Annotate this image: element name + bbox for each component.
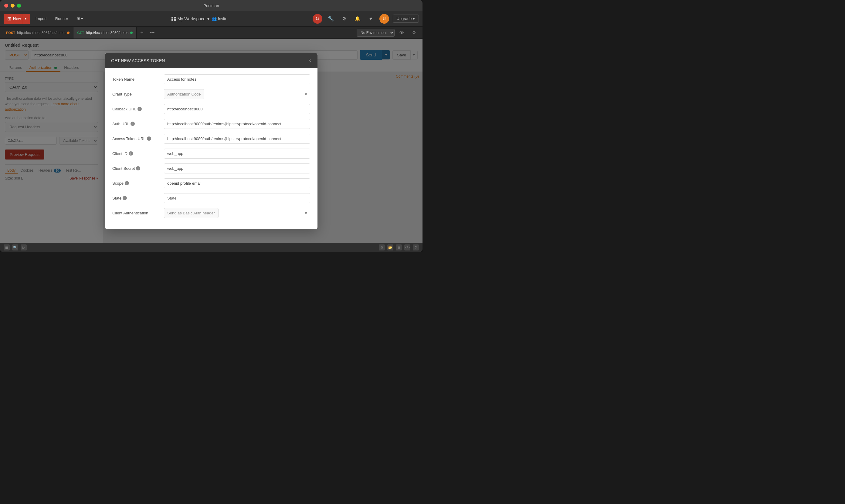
- collection-button[interactable]: ⊞ ▾: [74, 15, 86, 23]
- modal-overlay: GET NEW ACCESS TOKEN × Token Name Grant …: [0, 39, 422, 243]
- tab-bar-right: No Environment 👁 ⚙: [357, 28, 422, 38]
- invite-label: Invite: [218, 16, 227, 21]
- browse-icon[interactable]: 📂: [387, 245, 393, 251]
- status-bar: ▦ 🔍 ▷ ⚙ 📂 ⊞ </> ?: [0, 243, 422, 252]
- heart-button[interactable]: ♥: [366, 14, 376, 24]
- method-get-label: GET: [77, 31, 84, 35]
- upgrade-button[interactable]: Upgrade ▾: [393, 15, 419, 23]
- collection-icon: ⊞: [77, 16, 80, 21]
- tab-dot-green: [130, 32, 133, 34]
- notification-button[interactable]: 🔔: [353, 14, 362, 24]
- auth-url-row: Auth URL i: [112, 119, 310, 129]
- app-window: Postman ⊞ New ▾ Import Runner ⊞ ▾ My Wor…: [0, 0, 422, 252]
- runner-button[interactable]: Runner: [52, 15, 71, 23]
- console-icon[interactable]: ▷: [21, 245, 27, 251]
- grant-type-label: Grant Type: [112, 92, 164, 96]
- client-id-row: Client ID i: [112, 149, 310, 159]
- invite-button[interactable]: 👥 Invite: [212, 16, 227, 21]
- window-title: Postman: [203, 3, 219, 8]
- close-btn[interactable]: [4, 4, 8, 7]
- grant-type-row: Grant Type Authorization Code: [112, 89, 310, 99]
- client-id-input[interactable]: [164, 149, 310, 159]
- auth-url-input[interactable]: [164, 119, 310, 129]
- state-info-icon: i: [123, 196, 127, 200]
- token-name-row: Token Name: [112, 74, 310, 84]
- client-secret-label: Client Secret i: [112, 166, 164, 171]
- add-tab-button[interactable]: +: [137, 30, 147, 36]
- maximize-btn[interactable]: [17, 4, 21, 7]
- toolbar-center: My Workspace ▾ 👥 Invite: [89, 16, 310, 21]
- token-name-input[interactable]: [164, 74, 310, 84]
- title-bar: Postman: [0, 0, 422, 11]
- auth-url-label: Auth URL i: [112, 122, 164, 126]
- workspace-button[interactable]: My Workspace ▾: [172, 16, 209, 21]
- client-auth-row: Client Authentication Send as Basic Auth…: [112, 208, 310, 218]
- client-secret-input[interactable]: [164, 163, 310, 174]
- access-token-url-input[interactable]: [164, 134, 310, 144]
- scope-info-icon: i: [125, 181, 129, 185]
- access-token-url-info-icon: i: [147, 137, 151, 141]
- build-icon[interactable]: ⚙: [379, 245, 385, 251]
- client-id-label: Client ID i: [112, 151, 164, 156]
- avatar[interactable]: U: [379, 14, 389, 24]
- state-input[interactable]: [164, 193, 310, 203]
- tab-url-get: http://localhost:8080/notes: [86, 31, 128, 35]
- get-new-access-token-modal: GET NEW ACCESS TOKEN × Token Name Grant …: [105, 53, 317, 229]
- sync-button[interactable]: ↻: [313, 14, 322, 24]
- new-dropdown-arrow[interactable]: ▾: [23, 14, 27, 24]
- token-name-label: Token Name: [112, 77, 164, 82]
- scope-row: Scope i: [112, 178, 310, 188]
- method-post-label: POST: [6, 31, 15, 35]
- invite-icon: 👥: [212, 16, 217, 21]
- grant-type-select[interactable]: Authorization Code: [164, 89, 204, 99]
- search-icon[interactable]: 🔍: [12, 245, 18, 251]
- workspace-label: My Workspace: [177, 16, 206, 21]
- import-button[interactable]: Import: [33, 15, 50, 23]
- help-icon[interactable]: ?: [413, 245, 419, 251]
- client-auth-label: Client Authentication: [112, 211, 164, 215]
- code-icon[interactable]: </>: [404, 245, 410, 251]
- modal-close-button[interactable]: ×: [308, 58, 311, 64]
- modal-title: GET NEW ACCESS TOKEN: [111, 58, 165, 63]
- window-controls: [4, 4, 21, 7]
- access-token-url-label: Access Token URL i: [112, 137, 164, 141]
- new-button[interactable]: ⊞ New ▾: [4, 14, 30, 24]
- toolbar: ⊞ New ▾ Import Runner ⊞ ▾ My Workspace ▾…: [0, 11, 422, 27]
- toolbar-right: ↻ 🔧 ⚙ 🔔 ♥ U Upgrade ▾: [313, 14, 419, 24]
- client-auth-select[interactable]: Send as Basic Auth header: [164, 208, 219, 218]
- wrench-button[interactable]: 🔧: [326, 14, 336, 24]
- plus-icon: ⊞: [7, 16, 11, 21]
- new-label: New: [13, 16, 21, 21]
- eye-button[interactable]: 👁: [397, 28, 407, 38]
- modal-body: Token Name Grant Type Authorization Code: [105, 68, 317, 229]
- callback-url-info-icon: i: [138, 107, 142, 111]
- tab-get-notes[interactable]: GET http://localhost:8080/notes: [73, 27, 137, 38]
- client-auth-select-wrapper: Send as Basic Auth header: [164, 208, 310, 218]
- grant-type-select-wrapper: Authorization Code: [164, 89, 310, 99]
- auth-url-info-icon: i: [131, 122, 135, 126]
- tab-url-post: http://localhost:8081/api/notes: [17, 31, 65, 35]
- callback-url-input[interactable]: [164, 104, 310, 114]
- scope-label: Scope i: [112, 181, 164, 185]
- settings-button[interactable]: ⚙: [339, 14, 349, 24]
- client-secret-info-icon: i: [136, 166, 140, 170]
- environment-select[interactable]: No Environment: [357, 29, 395, 37]
- scope-input[interactable]: [164, 178, 310, 188]
- tab-dot-orange: [67, 32, 69, 34]
- layout-icon[interactable]: ▦: [4, 245, 10, 251]
- callback-url-row: Callback URL i: [112, 104, 310, 114]
- modal-header: GET NEW ACCESS TOKEN ×: [105, 53, 317, 68]
- more-tabs-button[interactable]: •••: [147, 30, 157, 35]
- workspace-icon: [172, 17, 176, 21]
- gear-icon-button[interactable]: ⚙: [409, 28, 419, 38]
- client-id-info-icon: i: [129, 151, 133, 156]
- state-label: State i: [112, 196, 164, 200]
- tab-post-notes[interactable]: POST http://localhost:8081/api/notes: [2, 27, 73, 38]
- minimize-btn[interactable]: [11, 4, 15, 7]
- callback-url-label: Callback URL i: [112, 107, 164, 111]
- access-token-url-row: Access Token URL i: [112, 134, 310, 144]
- grid-icon[interactable]: ⊞: [396, 245, 402, 251]
- state-row: State i: [112, 193, 310, 203]
- client-secret-row: Client Secret i: [112, 163, 310, 174]
- main-area: Untitled Request POST Send ▾ Save ▾ Para…: [0, 39, 422, 243]
